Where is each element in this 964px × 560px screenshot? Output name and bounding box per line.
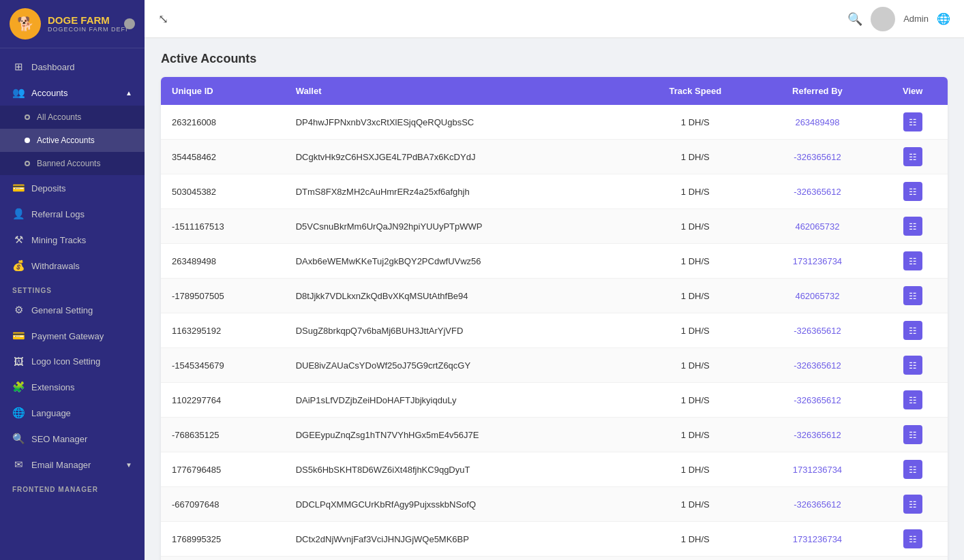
cell-wallet: DHxu1mKx5hkwQoBHqJfqS6EPJFi4G2uRSu xyxy=(285,557,633,561)
cell-view: ☷ xyxy=(877,522,948,557)
cell-unique-id: 1102297764 xyxy=(161,383,285,418)
accounts-icon: 👥 xyxy=(12,87,25,99)
cell-track-speed: 1 DH/S xyxy=(633,244,757,279)
cell-referred-by: -326365612 xyxy=(757,383,878,418)
table-row: 1768995325 DCtx2dNjWvnjFaf3VciJHNJGjWQe5… xyxy=(161,522,948,557)
username-label: Admin xyxy=(903,14,929,24)
sidebar-item-label: Banned Accounts xyxy=(37,159,100,168)
cell-wallet: DS5k6HbSKHT8D6WZ6iXt48fjhKC9qgDyuT xyxy=(285,452,633,487)
cell-view: ☷ xyxy=(877,105,948,140)
sidebar-item-payment-gateway[interactable]: 💳 Payment Gateway xyxy=(0,323,145,349)
logo-area: 🐕 DOGE FARM DOGECOIN FARM DEFI xyxy=(0,0,145,48)
cell-track-speed: 1 DH/S xyxy=(633,348,757,383)
accounts-table: Unique ID Wallet Track Speed Referred By… xyxy=(161,77,948,560)
deposits-icon: 💳 xyxy=(12,182,25,194)
accounts-table-container: Unique ID Wallet Track Speed Referred By… xyxy=(161,77,948,560)
settings-section-label: SETTINGS xyxy=(0,279,145,297)
view-button[interactable]: ☷ xyxy=(903,356,922,375)
cell-unique-id: -768635125 xyxy=(161,418,285,452)
sidebar-item-withdrawals[interactable]: 💰 Withdrawals xyxy=(0,253,145,279)
sidebar-item-all-accounts[interactable]: All Accounts xyxy=(0,106,145,129)
sidebar-item-dashboard[interactable]: ⊞ Dashboard xyxy=(0,54,145,80)
view-button[interactable]: ☷ xyxy=(903,286,922,305)
search-icon[interactable]: 🔍 xyxy=(847,12,862,27)
submenu-dot-icon xyxy=(25,138,30,143)
view-button[interactable]: ☷ xyxy=(903,425,922,444)
cell-referred-by: -326365612 xyxy=(757,313,878,348)
frontend-manager-section-label: FRONTEND MANAGER xyxy=(0,478,145,496)
sidebar-item-email-manager[interactable]: ✉ Email Manager ▼ xyxy=(0,452,145,478)
sidebar-item-general-setting[interactable]: ⚙ General Setting xyxy=(0,297,145,323)
table-row: -768635125 DGEEypuZnqZsg1hTN7VYhHGx5mE4v… xyxy=(161,418,948,452)
withdrawals-icon: 💰 xyxy=(12,260,25,272)
globe-icon[interactable]: 🌐 xyxy=(937,12,950,25)
cell-wallet: DAiP1sLfVDZjbZeiHDoHAFTJbjkyiqduLy xyxy=(285,383,633,418)
sidebar-item-logo-icon-setting[interactable]: 🖼 Logo Icon Setting xyxy=(0,349,145,374)
view-icon: ☷ xyxy=(909,152,917,162)
sidebar-item-label: Withdrawals xyxy=(31,261,80,271)
cell-wallet: DP4hwJFPNxnbV3xcRtXlESjqQeRQUgbsSC xyxy=(285,105,633,140)
cell-view: ☷ xyxy=(877,209,948,244)
cell-referred-by: -326365612 xyxy=(757,418,878,452)
view-button[interactable]: ☷ xyxy=(903,182,922,201)
sidebar-item-label: SEO Manager xyxy=(31,434,87,444)
view-button[interactable]: ☷ xyxy=(903,217,922,236)
cell-wallet: DSugZ8brkqpQ7v6baMj6BUH3JttArYjVFD xyxy=(285,313,633,348)
table-row: 1163295192 DSugZ8brkqpQ7v6baMj6BUH3JttAr… xyxy=(161,313,948,348)
cell-referred-by: 263489498 xyxy=(757,105,878,140)
sidebar-item-extensions[interactable]: 🧩 Extensions xyxy=(0,374,145,400)
view-button[interactable]: ☷ xyxy=(903,390,922,409)
view-button[interactable]: ☷ xyxy=(903,251,922,270)
view-button[interactable]: ☷ xyxy=(903,321,922,340)
sidebar-item-language[interactable]: 🌐 Language xyxy=(0,400,145,426)
view-button[interactable]: ☷ xyxy=(903,147,922,166)
main-content: ⤡ 🔍 Admin 🌐 Active Accounts Unique ID Wa… xyxy=(145,0,964,560)
general-setting-icon: ⚙ xyxy=(12,304,25,316)
table-header-row: Unique ID Wallet Track Speed Referred By… xyxy=(161,77,948,105)
content-area: Active Accounts Unique ID Wallet Track S… xyxy=(145,38,964,560)
sidebar-item-label: Accounts xyxy=(31,88,67,98)
view-button[interactable]: ☷ xyxy=(903,529,922,548)
cell-referred-by: -326365612 xyxy=(757,487,878,522)
view-button[interactable]: ☷ xyxy=(903,112,922,131)
cell-unique-id: 354458462 xyxy=(161,140,285,174)
table-row: 354458462 DCgktvHk9zC6HSXJGE4L7PdBA7x6Kc… xyxy=(161,140,948,174)
cell-unique-id: -1511167513 xyxy=(161,209,285,244)
language-icon: 🌐 xyxy=(12,407,25,419)
cell-unique-id: 503045382 xyxy=(161,174,285,209)
sidebar-item-active-accounts[interactable]: Active Accounts xyxy=(0,129,145,152)
cell-view: ☷ xyxy=(877,383,948,418)
sidebar-item-deposits[interactable]: 💳 Deposits xyxy=(0,175,145,201)
cell-referred-by: 1731236734 xyxy=(757,522,878,557)
sidebar-item-banned-accounts[interactable]: Banned Accounts xyxy=(0,152,145,175)
sidebar-item-mining-tracks[interactable]: ⚒ Mining Tracks xyxy=(0,227,145,253)
cell-wallet: DAxb6eWEMwKKeTuj2gkBQY2PCdwfUVwz56 xyxy=(285,244,633,279)
avatar xyxy=(871,7,895,31)
sidebar-item-label: Language xyxy=(31,408,71,418)
sidebar-item-seo-manager[interactable]: 🔍 SEO Manager xyxy=(0,426,145,452)
view-button[interactable]: ☷ xyxy=(903,460,922,479)
table-row: 503045382 DTmS8FX8zMH2cAuHmrERz4a25xf6af… xyxy=(161,174,948,209)
view-icon: ☷ xyxy=(909,187,917,197)
cell-referred-by: 462065732 xyxy=(757,557,878,561)
sidebar-item-accounts[interactable]: 👥 Accounts ▲ xyxy=(0,80,145,106)
view-button[interactable]: ☷ xyxy=(903,495,922,514)
cell-wallet: D5VCsnuBkrMm6UrQaJN92hpiYUUyPTpWWP xyxy=(285,209,633,244)
view-icon: ☷ xyxy=(909,326,917,336)
app-title: DOGE FARM xyxy=(48,15,128,27)
cell-unique-id: 263216008 xyxy=(161,105,285,140)
view-icon: ☷ xyxy=(909,499,917,510)
view-icon: ☷ xyxy=(909,117,917,127)
sidebar-item-referral-logs[interactable]: 👤 Referral Logs xyxy=(0,201,145,227)
cell-view: ☷ xyxy=(877,279,948,313)
cell-view: ☷ xyxy=(877,174,948,209)
cell-referred-by: 1731236734 xyxy=(757,244,878,279)
col-unique-id: Unique ID xyxy=(161,77,285,105)
cell-wallet: DDCLPqXMMGCUrKbRfAgy9PujxsskbNSofQ xyxy=(285,487,633,522)
page-title: Active Accounts xyxy=(161,52,948,66)
cell-track-speed: 1 DH/S xyxy=(633,140,757,174)
cell-track-speed: 1 DH/S xyxy=(633,452,757,487)
sidebar-item-label: Email Manager xyxy=(31,460,91,470)
cell-track-speed: 1 DH/S xyxy=(633,209,757,244)
compress-icon[interactable]: ⤡ xyxy=(158,12,168,27)
